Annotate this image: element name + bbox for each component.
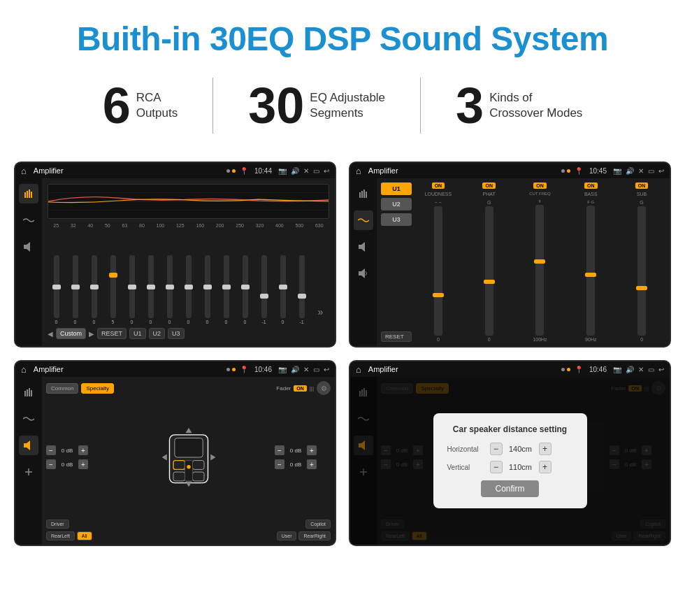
confirm-button[interactable]: Confirm <box>481 480 538 497</box>
sidebar-wave-icon[interactable] <box>19 210 38 230</box>
next-arrow[interactable]: ▶ <box>89 330 94 338</box>
svg-rect-11 <box>366 192 367 198</box>
sidebar-wave-icon-3[interactable] <box>19 409 38 429</box>
bass-label: BASS <box>584 192 598 196</box>
vol-plus-bl[interactable]: + <box>78 459 88 469</box>
sidebar-expand-icon[interactable] <box>19 462 38 482</box>
speaker-top-bar: Common Specialty Fader ON ||| ⚙ <box>46 381 331 395</box>
distance-screen: ⌂ Amplifier 📍 10:46 📷 🔊 ✕ ▭ ↩ <box>349 360 671 546</box>
eq-slider-7: 0 <box>186 255 192 324</box>
vol-minus-tr[interactable]: − <box>275 445 284 455</box>
stat-text-eq: EQ Adjustable Segments <box>310 80 385 121</box>
rearright-btn[interactable]: RearRight <box>298 531 331 540</box>
crossover-title: Amplifier <box>368 166 557 175</box>
crossover-screen: ⌂ Amplifier 📍 10:45 📷 🔊 ✕ ▭ ↩ <box>349 162 671 348</box>
left-vol-controls: − 0 dB + − 0 dB + <box>46 445 102 469</box>
vol-plus-br[interactable]: + <box>307 459 317 469</box>
eq-status-icons <box>226 169 236 173</box>
vol-plus-tr[interactable]: + <box>307 445 317 455</box>
horizontal-plus-btn[interactable]: + <box>539 443 551 455</box>
crossover-content: U1 U2 U3 RESET ON LOUDNESS ~ ~ <box>350 178 670 346</box>
vol-value-tl: 0 dB <box>57 447 77 454</box>
sidebar-eq-icon[interactable] <box>19 184 38 203</box>
stat-text-crossover: Kinds of Crossover Modes <box>489 80 582 121</box>
home-icon-4[interactable]: ⌂ <box>356 364 361 375</box>
eq-graph <box>48 184 329 219</box>
back-icon-2[interactable]: ↩ <box>658 167 664 175</box>
cam-icon-2: 📷 <box>613 167 621 175</box>
custom-btn[interactable]: Custom <box>56 328 86 339</box>
vol-minus-br[interactable]: − <box>275 459 284 469</box>
home-icon-3[interactable]: ⌂ <box>21 364 27 375</box>
volume-icon: 🔊 <box>291 167 299 175</box>
sub-thumb <box>636 286 647 290</box>
eq-bottom-bar: ◀ Custom ▶ RESET U1 U2 U3 <box>48 324 329 341</box>
eq-slider-0: 0 <box>54 255 59 324</box>
eq-slider-2: 0 <box>92 255 97 324</box>
fader-bars: ||| <box>310 385 314 392</box>
eq-slider-11: -1 <box>261 255 267 324</box>
stat-rca: 6 RCA Outputs <box>75 80 206 131</box>
dist-dot-1 <box>561 368 565 371</box>
dialog-vertical-row: Vertical − 110cm + <box>447 461 573 473</box>
vol-minus-tl[interactable]: − <box>46 445 56 455</box>
back-icon-3[interactable]: ↩ <box>324 366 329 373</box>
specialty-tab[interactable]: Specialty <box>81 383 113 394</box>
bass-slider-track[interactable] <box>586 206 595 336</box>
eq-slider-13: -1 <box>299 255 305 324</box>
crossover-status-icons <box>561 169 570 173</box>
u2-select-btn[interactable]: U2 <box>381 198 412 210</box>
back-icon-4[interactable]: ↩ <box>658 366 664 373</box>
vol-minus-bl[interactable]: − <box>46 459 56 469</box>
svg-rect-15 <box>27 389 28 396</box>
phat-on: ON <box>482 182 496 189</box>
sidebar-extra-icon[interactable] <box>354 264 373 283</box>
reset-btn-eq[interactable]: RESET <box>97 328 127 339</box>
ch-bass: ON BASS F G 90Hz <box>567 182 614 342</box>
back-icon[interactable]: ↩ <box>324 167 329 175</box>
vol-plus-tl[interactable]: + <box>78 445 88 455</box>
user-btn[interactable]: User <box>277 531 297 540</box>
sidebar-eq-icon-2[interactable] <box>354 184 373 203</box>
prev-arrow[interactable]: ◀ <box>48 330 53 338</box>
sub-slider-track[interactable] <box>637 206 646 336</box>
stat-crossover: 3 Kinds of Crossover Modes <box>428 80 610 131</box>
phat-slider-track[interactable] <box>485 206 493 336</box>
spk-status-icons <box>226 368 236 371</box>
u1-select-btn[interactable]: U1 <box>381 182 412 195</box>
copilot-btn[interactable]: Copilot <box>305 520 331 529</box>
sidebar-spk-icon-3[interactable] <box>19 436 38 455</box>
loudness-slider-track[interactable] <box>434 206 442 336</box>
u1-btn[interactable]: U1 <box>129 328 146 339</box>
common-tab[interactable]: Common <box>46 383 78 394</box>
sidebar-spk-icon-2[interactable] <box>354 237 373 257</box>
sidebar-wave-icon-2[interactable] <box>354 210 373 230</box>
rearleft-btn[interactable]: RearLeft <box>46 531 75 540</box>
crossover-status-bar: ⌂ Amplifier 📍 10:45 📷 🔊 ✕ ▭ ↩ <box>350 163 670 178</box>
u3-btn[interactable]: U3 <box>168 328 185 339</box>
vertical-minus-btn[interactable]: − <box>490 461 503 473</box>
vertical-plus-btn[interactable]: + <box>539 461 551 473</box>
reset-btn-crossover[interactable]: RESET <box>381 331 412 342</box>
home-icon[interactable]: ⌂ <box>21 166 27 176</box>
eq-screen-content: 25 32 40 50 63 80 100 125 160 200 250 32… <box>15 178 335 346</box>
settings-icon[interactable]: ⚙ <box>317 381 331 395</box>
sidebar-speaker-icon[interactable] <box>19 237 38 257</box>
eq-slider-4: 0 <box>129 255 135 324</box>
speaker-title: Amplifier <box>34 365 222 373</box>
all-btn[interactable]: All <box>77 531 92 540</box>
phat-thumb <box>484 280 495 284</box>
u-buttons-col: U1 U2 U3 RESET <box>381 182 412 342</box>
channel-sliders: ON LOUDNESS ~ ~ 0 ON PHAT <box>414 182 665 342</box>
sub-val: 0 <box>640 337 643 342</box>
cutfreq-slider-track[interactable] <box>535 205 544 336</box>
u2-btn[interactable]: U2 <box>149 328 166 339</box>
sidebar-eq-icon-3[interactable] <box>19 382 38 402</box>
bass-fg: F G <box>587 200 594 204</box>
eq-slider-3: 5 <box>110 255 116 324</box>
horizontal-minus-btn[interactable]: − <box>490 443 503 455</box>
u3-select-btn[interactable]: U3 <box>381 213 412 226</box>
driver-btn[interactable]: Driver <box>46 520 69 529</box>
loudness-on: ON <box>432 182 445 189</box>
home-icon-2[interactable]: ⌂ <box>356 166 361 176</box>
